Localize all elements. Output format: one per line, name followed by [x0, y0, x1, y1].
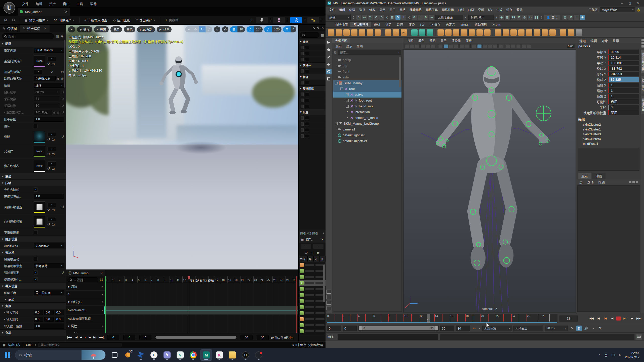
asset-row[interactable] [299, 304, 326, 310]
timeline-scrollbar[interactable] [155, 336, 237, 339]
property-checkbox[interactable] [34, 257, 38, 261]
lod-auto-button[interactable]: LOD自动 [137, 26, 155, 32]
taskbar-epic-games-launcher[interactable]: U [148, 349, 159, 360]
apply-compression-button[interactable]: ◇应用压缩 [111, 17, 133, 23]
asset-row[interactable] [299, 298, 326, 304]
quad-draw-shelf-icon[interactable] [560, 29, 567, 36]
timeline-close-icon[interactable]: ✕ [100, 271, 103, 275]
track-options-icon[interactable]: ▾ [102, 293, 103, 296]
track-row[interactable]: Additive图层轨道 [66, 314, 105, 322]
property-value[interactable]: 1.0 [34, 194, 64, 199]
boolean-difference-shelf-icon[interactable] [518, 29, 525, 36]
maya-menu-item[interactable]: 网格 [397, 7, 408, 13]
step-back-key-button[interactable]: |◀ [602, 316, 608, 321]
use-selected-icon[interactable]: ↺ [47, 222, 50, 226]
right-section-row[interactable] [299, 50, 326, 56]
overflow-chevron-icon[interactable]: » [248, 17, 255, 23]
tab-attribute-editor[interactable]: 属性编辑器 [641, 96, 644, 114]
section-header[interactable]: ▸高级 [0, 296, 66, 302]
sidebar-icon-3[interactable] [641, 45, 644, 48]
channel-label[interactable]: 旋转 Z [576, 77, 608, 82]
vector-component-field[interactable]: 0.0 [44, 310, 54, 315]
maya-menu-item[interactable]: 选择 [357, 7, 367, 13]
outliner-item[interactable]: defaultLightSet [333, 132, 401, 138]
panel-toolbar-icon-10[interactable] [454, 44, 459, 48]
go-to-start-button[interactable]: |◀◀ [588, 316, 594, 321]
collapse-icon[interactable]: - [340, 87, 343, 90]
maya-menu-item[interactable]: 创建 [347, 7, 357, 13]
open-scene-icon[interactable]: 🗁 [362, 15, 367, 20]
channel-value-field[interactable]: 1 [609, 88, 639, 93]
track-row[interactable]: ▾曲线 (1)▾ [66, 298, 105, 305]
channel-value-field[interactable]: 1 [609, 94, 639, 99]
layer-menu-item[interactable]: 层 [577, 179, 585, 185]
sidebar-icon-2[interactable] [641, 42, 644, 44]
export-asset-button[interactable]: ⤒导出资产▾ [134, 17, 157, 23]
channel-box-menu-item[interactable]: 编辑 [588, 38, 599, 43]
filter-list-icon[interactable]: ☵ [311, 251, 314, 255]
right-panel-search-input[interactable] [300, 32, 319, 38]
go-to-start-button[interactable]: |◀◀ [67, 336, 72, 339]
panel-menu-item[interactable]: 显示 [438, 38, 449, 43]
world-local-space-icon[interactable]: ⌂ [214, 26, 220, 32]
panel-toolbar-icon-7[interactable] [438, 44, 443, 48]
edit-notify-icon[interactable]: ✎ [317, 26, 319, 30]
panel-menu-item[interactable]: 面板 [463, 38, 474, 43]
tab-asset-details[interactable]: ✎资产详情✕ [20, 25, 50, 32]
layout-four-pane-icon[interactable] [327, 295, 331, 299]
view-options-icon[interactable]: ▦ [321, 33, 324, 37]
property-checkbox[interactable]: ✓ [34, 270, 38, 275]
maya-menu-item[interactable]: 窗口 [387, 7, 397, 13]
current-frame-field[interactable]: 0 [123, 335, 135, 340]
range-start-field[interactable]: 0 [107, 335, 119, 340]
asset-row[interactable]: ★ [299, 280, 326, 286]
asset-row[interactable] [299, 292, 326, 298]
taskbar-k-app[interactable]: K [214, 349, 225, 360]
property-dropdown[interactable]: 线性▾ [34, 83, 64, 88]
render-settings-icon[interactable]: ⚒ [516, 15, 521, 20]
channel-label[interactable]: 缩放 X [576, 83, 608, 87]
tab-mm-jump[interactable]: MM_Jump* ✕ [18, 8, 70, 16]
description-field[interactable]: 描述添加描述▾ [299, 230, 326, 236]
play-reverse-button[interactable]: ◀ [80, 336, 82, 339]
ue-viewport[interactable]: ≡ ◈透视 ◐光照 显示 角色 LOD自动 ▶x1.0 ➤ ✥ ↻ ⤢ ⌂ ⁂ … [66, 25, 298, 269]
sphere-shelf-icon[interactable] [328, 29, 334, 36]
sign-in-button[interactable]: 👤登录 [544, 15, 560, 20]
save-scene-icon[interactable]: 🖫 [368, 15, 373, 20]
output-node[interactable]: skinCluster4 [576, 137, 641, 141]
input-language-button[interactable]: 英 [604, 353, 608, 357]
symmetry-field[interactable]: 对称: 禁用 [468, 15, 494, 20]
channel-box-menu-item[interactable]: 对象 [599, 38, 610, 43]
rotate-tool-icon[interactable] [326, 69, 332, 74]
outliner-search-input[interactable]: 搜索...▾ [338, 50, 401, 55]
delete-icon[interactable]: 🗑 [57, 111, 60, 114]
property-checkbox[interactable]: ✓ [34, 277, 38, 281]
animation-start-field[interactable]: 0 [327, 326, 341, 331]
reset-to-default-icon[interactable]: ↺ [61, 111, 64, 114]
asset-thumbnail[interactable] [34, 131, 45, 143]
asset-browser-close-icon[interactable]: ✕ [321, 238, 324, 241]
maya-menu-item[interactable]: 缓存 [504, 7, 514, 13]
expand-icon[interactable]: + [346, 105, 349, 108]
property-checkbox[interactable] [34, 124, 38, 128]
outliner-scrollbar[interactable] [399, 57, 401, 87]
maya-menu-item[interactable]: 编辑网格 [408, 7, 424, 13]
new-layer-icon[interactable] [629, 181, 631, 183]
outliner-menu-item[interactable]: 显示 [344, 43, 354, 49]
maya-menu-item[interactable]: 变形 [476, 7, 486, 13]
use-selected-icon[interactable]: ↺ [47, 167, 50, 170]
property-value[interactable]: 161 数组 [34, 110, 52, 115]
texture-view-icon[interactable]: ◍ [522, 15, 527, 20]
redo-icon[interactable]: ↷ [379, 15, 384, 20]
shelf-tab[interactable]: 曲线/曲面 [332, 22, 350, 27]
help-icon[interactable]: ? [68, 271, 71, 275]
outliner-item[interactable]: -pelvis [333, 92, 401, 98]
asset-column-header[interactable]: 路 [308, 256, 314, 262]
panel-menu-item[interactable]: 渲染器 [449, 38, 463, 43]
channel-box-menu-item[interactable]: 通道 [577, 38, 588, 43]
panel-toolbar-icon-11[interactable] [459, 44, 464, 48]
disc-shelf-icon[interactable] [374, 29, 381, 36]
output-node[interactable]: bindPose1 [576, 141, 641, 146]
show-button[interactable]: 显示 [110, 26, 122, 32]
use-selected-icon[interactable]: ↺ [47, 138, 50, 141]
